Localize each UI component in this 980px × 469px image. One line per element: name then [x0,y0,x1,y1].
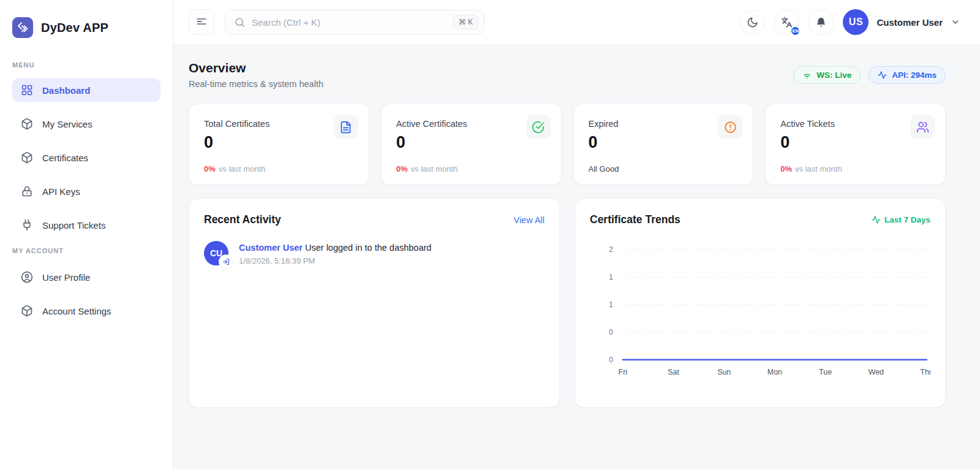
notifications-button[interactable] [809,10,834,35]
lock-icon [21,185,33,197]
hamburger-icon [195,15,208,29]
cube-icon [21,118,33,130]
stat-value: 0 [204,133,354,152]
stat-label: Total Certificates [204,119,354,129]
stat-card-active-tickets: Active Tickets 0 0%vs last month [765,104,946,185]
language-switcher[interactable]: EN [774,10,799,35]
view-all-link[interactable]: View All [513,215,545,225]
check-circle-icon [526,115,551,139]
sidebar-item-user-profile[interactable]: User Profile [12,265,160,289]
sidebar-item-dashboard[interactable]: Dashboard [12,78,160,102]
global-search[interactable]: ⌘ K [225,10,484,35]
app-root: DyDev APP MENU Dashboard My Services Cer… [0,0,980,469]
range-label: Last 7 Days [872,215,930,224]
activity-icon [878,71,887,80]
user-menu[interactable]: US Customer User [843,9,960,35]
stat-delta: 0% [396,164,408,173]
svg-text:2: 2 [609,245,613,254]
recent-activity-panel: Recent Activity View All CU Customer Use… [189,198,560,408]
pulse-icon [872,215,881,224]
activity-actor[interactable]: Customer User [239,243,303,253]
topbar-actions: EN US Customer User [740,9,960,35]
stat-label: Expired [589,119,739,129]
svg-text:0: 0 [609,356,613,364]
svg-text:Sun: Sun [717,368,731,376]
sidebar-toggle-button[interactable] [189,9,214,35]
sidebar-item-support-tickets[interactable]: Support Tickets [12,213,160,237]
trend-line-chart: 21100FriSatSunMonTueWedThu [590,237,930,389]
svg-text:Thu: Thu [920,368,930,376]
stat-delta: 0% [780,164,792,173]
user-avatar[interactable]: US [843,9,869,35]
cube-icon [21,151,33,164]
certificate-trends-panel: Certificate Trends Last 7 Days 21100FriS… [575,198,946,408]
topbar: ⌘ K EN [173,0,980,45]
stat-value: 0 [396,133,546,152]
range-label-text: Last 7 Days [884,215,930,224]
login-icon [219,255,233,269]
svg-text:Sat: Sat [668,368,679,376]
bell-icon [815,17,827,28]
chevron-down-icon [951,17,960,27]
stat-value: 0 [589,133,739,152]
api-badge-label: API: 294ms [892,71,937,80]
users-icon [910,115,935,139]
app-title: DyDev APP [41,21,108,35]
sidebar: DyDev APP MENU Dashboard My Services Cer… [0,0,173,469]
activity-action: User logged in to the dashboard [305,243,431,253]
svg-text:0: 0 [609,328,613,337]
stat-suffix: vs last month [411,164,458,173]
cube-icon [21,305,33,317]
sidebar-item-label: API Keys [42,186,80,197]
svg-text:Mon: Mon [767,368,782,376]
stat-suffix: vs last month [795,164,842,173]
certificate-trends-title: Certificate Trends [590,213,680,226]
sidebar-item-label: My Services [42,119,92,129]
sidebar-item-api-keys[interactable]: API Keys [12,180,160,203]
svg-text:Fri: Fri [619,368,628,376]
sidebar-item-label: Dashboard [42,85,90,96]
dashboard-content: Overview Real-time metrics & system heal… [173,45,980,469]
activity-item: CU Customer User User logged in to the d… [204,241,545,265]
svg-text:Tue: Tue [819,368,832,376]
stat-value: 0 [780,133,930,152]
sidebar-item-account-settings[interactable]: Account Settings [12,299,160,322]
grid-icon [21,84,33,96]
sidebar-item-label: Account Settings [42,306,111,316]
stat-label: Active Tickets [780,119,930,129]
file-text-icon [334,115,358,139]
dashboard-panels: Recent Activity View All CU Customer Use… [189,198,946,408]
wifi-icon [802,71,812,80]
sidebar-section-menu: MENU [12,61,160,69]
alert-circle-icon [718,115,742,139]
user-circle-icon [21,271,33,283]
stat-suffix: All Good [589,164,619,173]
search-input[interactable] [252,17,447,28]
sidebar-item-label: User Profile [42,272,90,283]
sidebar-item-label: Support Tickets [42,220,105,231]
sidebar-section-my-account: MY ACCOUNT [12,247,160,254]
logo-chevrons-icon [12,17,33,38]
stat-cards: Total Certificates 0 0%vs last month Act… [189,104,946,185]
sidebar-item-my-services[interactable]: My Services [12,112,160,135]
page-header: Overview Real-time metrics & system heal… [189,61,946,89]
svg-text:1: 1 [609,273,613,281]
moon-icon [747,17,758,28]
recent-activity-title: Recent Activity [204,213,281,226]
languages-icon [781,17,793,28]
ws-badge-label: WS: Live [816,71,851,80]
stat-label: Active Certificates [396,119,546,129]
activity-timestamp: 1/8/2026, 5:16:39 PM [239,256,431,265]
stat-card-active-certificates: Active Certificates 0 0%vs last month [381,104,562,185]
stat-card-total-certificates: Total Certificates 0 0%vs last month [189,104,369,185]
sidebar-item-certificates[interactable]: Certificates [12,146,160,169]
page-title: Overview [189,61,323,75]
dark-mode-toggle[interactable] [740,10,765,35]
svg-text:1: 1 [609,300,613,309]
stat-card-expired: Expired 0 All Good [573,104,754,185]
stat-suffix: vs last month [219,164,266,173]
app-logo[interactable]: DyDev APP [12,0,160,38]
main-area: ⌘ K EN [173,0,980,469]
search-shortcut-kbd: ⌘ K [453,15,478,29]
search-icon [234,17,246,28]
